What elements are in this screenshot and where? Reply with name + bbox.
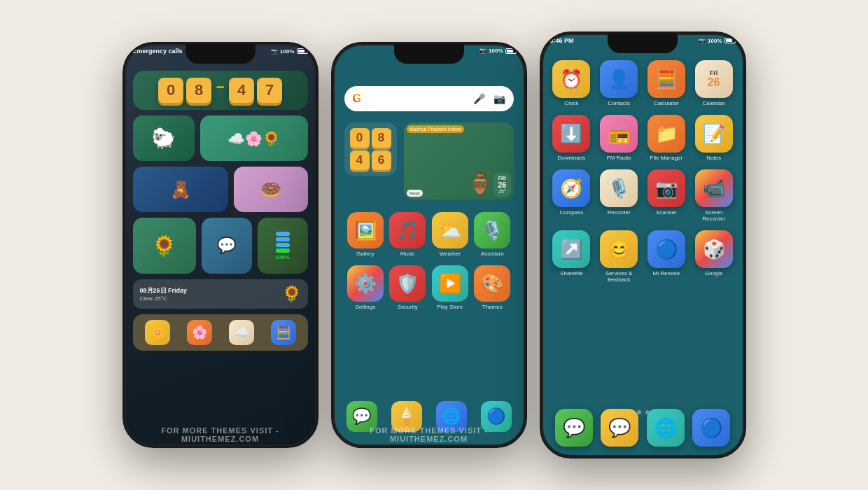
phone3-app-recorder[interactable]: 🎙️ Recorder bbox=[598, 169, 639, 222]
date-widget: FRI 26 25° bbox=[493, 173, 510, 197]
phone2-status-bar: 📷 100% bbox=[342, 48, 517, 54]
assistant-icon: 🎙️ bbox=[474, 212, 510, 248]
calendar-icon: Fri26 bbox=[695, 60, 733, 98]
google-logo: G bbox=[353, 92, 361, 105]
fmradio-icon: 📻 bbox=[600, 115, 638, 153]
music-label: Music bbox=[400, 251, 415, 257]
phone3-app-screenrecorder[interactable]: 📹 Screen Recorder bbox=[694, 169, 734, 222]
phone2-app-gallery[interactable]: 🖼️ Gallery bbox=[347, 212, 384, 257]
settings-icon: ⚙️ bbox=[347, 265, 384, 302]
phone3-app-google[interactable]: 🎲 Google bbox=[694, 230, 734, 283]
phone2-apps-row2: ⚙️ Settings 🛡️ Security ▶️ Play Store 🎨 … bbox=[344, 265, 514, 310]
filemanager-label: File Manager bbox=[650, 155, 683, 161]
dock3-icon: 🌐 bbox=[647, 409, 685, 447]
phone3-time: 8:46 PM bbox=[550, 37, 574, 44]
camera-icon[interactable]: 📷 bbox=[493, 93, 505, 104]
phone3-status-bar: 8:46 PM 📷 100% bbox=[550, 37, 736, 44]
phone3-dock-1[interactable]: 💬 bbox=[555, 409, 593, 447]
mic-icon[interactable]: 🎤 bbox=[473, 93, 485, 104]
phone3-app-downloads[interactable]: ⬇️ Downloads bbox=[552, 115, 592, 161]
phone3-app-notes[interactable]: 📝 Notes bbox=[694, 115, 734, 161]
phone3-app-filemanager[interactable]: 📁 File Manager bbox=[646, 115, 687, 161]
phone2-map: Madhya Pradesh Indore Steps FRI 26 25° 🏺 bbox=[404, 122, 514, 200]
phone2-clock-hours: 0 8 bbox=[350, 128, 391, 148]
phone1-app-3[interactable]: ☁️ bbox=[229, 320, 254, 345]
weather-icon: ⛅ bbox=[432, 212, 468, 248]
downloads-label: Downloads bbox=[558, 155, 586, 161]
phone2-app-assistant[interactable]: 🎙️ Assistant bbox=[474, 212, 510, 257]
phone2-app-themes[interactable]: 🎨 Themes bbox=[474, 265, 510, 310]
clock-icon: ⏰ bbox=[552, 60, 590, 98]
compass-label: Compass bbox=[559, 209, 583, 216]
phone1-app-1[interactable]: 🌼 bbox=[145, 320, 170, 345]
phone3-app-scanner[interactable]: 📷 Scanner bbox=[646, 169, 687, 222]
phone2-app-music[interactable]: 🎵 Music bbox=[389, 212, 426, 257]
phone-2: 📷 100% G 🎤 📷 0 8 bbox=[331, 42, 527, 448]
calculator-icon: 🧮 bbox=[648, 60, 685, 98]
fmradio-label: FM Radio bbox=[607, 155, 631, 161]
gallery-icon: 🖼️ bbox=[347, 212, 384, 248]
gallery-label: Gallery bbox=[356, 251, 374, 257]
google-icon: 🎲 bbox=[695, 230, 733, 268]
phone2-app-weather[interactable]: ⛅ Weather bbox=[432, 212, 468, 257]
phone3-app-calculator[interactable]: 🧮 Calculator bbox=[646, 60, 687, 106]
steps-widget: Steps bbox=[407, 190, 423, 197]
phone3-app-contacts[interactable]: 👤 Contacts bbox=[598, 60, 639, 106]
recorder-icon: 🎙️ bbox=[600, 169, 638, 207]
phone3-grid-row1: ⏰ Clock 👤 Contacts 🧮 Calculator Fri26 Ca… bbox=[552, 60, 734, 106]
phone2-app-security[interactable]: 🛡️ Security bbox=[389, 265, 426, 310]
phone1-widget-donut[interactable]: 🍩 bbox=[234, 167, 307, 212]
phone3-app-compass[interactable]: 🧭 Compass bbox=[552, 169, 592, 222]
notes-icon: 📝 bbox=[695, 115, 733, 153]
assistant-label: Assistant bbox=[481, 251, 503, 257]
clock-label: Clock bbox=[564, 100, 578, 106]
phone3-bottom-dock: 💬 💬 🌐 🔵 bbox=[552, 409, 734, 447]
phone1-widget-sun[interactable]: 🌻 bbox=[133, 218, 196, 274]
phone3-dock-4[interactable]: 🔵 bbox=[692, 409, 730, 447]
recorder-label: Recorder bbox=[608, 209, 631, 216]
phone3-app-calendar[interactable]: Fri26 Calendar bbox=[694, 60, 734, 106]
phone3-app-clock[interactable]: ⏰ Clock bbox=[552, 60, 592, 106]
phone1-widget-chat[interactable]: 💬 bbox=[202, 218, 252, 274]
shareme-icon: ↗️ bbox=[552, 230, 590, 268]
phone3-dock-2[interactable]: 💬 bbox=[601, 409, 638, 447]
calendar-label: Calendar bbox=[702, 100, 724, 106]
dock4-icon: 🔵 bbox=[692, 409, 730, 447]
filemanager-icon: 📁 bbox=[648, 115, 685, 153]
miremote-label: Mi Remote bbox=[653, 270, 680, 276]
playstore-icon: ▶️ bbox=[432, 265, 468, 302]
digit-colon: ⁻ bbox=[216, 80, 225, 100]
phone3-grid-row4: ↗️ ShareMe 😊 Services & feedback 🔵 Mi Re… bbox=[552, 230, 734, 283]
phone2-app-settings[interactable]: ⚙️ Settings bbox=[347, 265, 384, 310]
phone2-clock-widget: 0 8 4 6 bbox=[344, 122, 397, 176]
compass-icon: 🧭 bbox=[552, 169, 590, 207]
phone1-clock-digits: 0 8 ⁻ 4 7 bbox=[158, 78, 282, 103]
location-badge: Madhya Pradesh Indore bbox=[407, 125, 465, 133]
settings-label: Settings bbox=[355, 304, 375, 310]
phone3-app-fmradio[interactable]: 📻 FM Radio bbox=[598, 115, 639, 161]
p2-digit-8: 8 bbox=[372, 128, 391, 148]
phone1-status-bar: Emergency calls 📷 100% bbox=[133, 48, 308, 55]
phone3-app-miremote[interactable]: 🔵 Mi Remote bbox=[646, 230, 687, 283]
phone3-grid-row3: 🧭 Compass 🎙️ Recorder 📷 Scanner 📹 Screen… bbox=[552, 169, 734, 222]
phone2-app-playstore[interactable]: ▶️ Play Store bbox=[432, 265, 468, 310]
phone1-widget-toy[interactable]: 🧸 bbox=[133, 167, 229, 212]
phone3-app-services[interactable]: 😊 Services & feedback bbox=[598, 230, 639, 283]
screenrecorder-label: Screen Recorder bbox=[694, 209, 734, 222]
phone1-app-2[interactable]: 🌸 bbox=[187, 320, 212, 345]
phone1-widget-cloud[interactable]: ☁️🌸🌻 bbox=[200, 115, 308, 161]
phone3-content: ⏰ Clock 👤 Contacts 🧮 Calculator Fri26 Ca… bbox=[542, 55, 744, 456]
security-label: Security bbox=[398, 304, 418, 310]
contacts-label: Contacts bbox=[608, 100, 630, 106]
phone1-status-left: Emergency calls bbox=[133, 48, 183, 55]
phones-container: Emergency calls 📷 100% 0 8 ⁻ 4 7 bbox=[0, 0, 868, 490]
phone1-app-4[interactable]: 🧮 bbox=[271, 320, 296, 345]
phone1-widget-lamb[interactable]: 🐑 bbox=[133, 115, 195, 161]
phone3-app-shareme[interactable]: ↗️ ShareMe bbox=[552, 230, 592, 283]
phone3-dock-3[interactable]: 🌐 bbox=[647, 409, 685, 447]
phone1-widget-battery[interactable]: 100% bbox=[258, 218, 308, 274]
services-icon: 😊 bbox=[600, 230, 638, 268]
phone2-search-bar[interactable]: G 🎤 📷 bbox=[344, 86, 514, 111]
p2-digit-0: 0 bbox=[350, 128, 370, 148]
phone1-status-right: 📷 100% bbox=[271, 48, 307, 55]
